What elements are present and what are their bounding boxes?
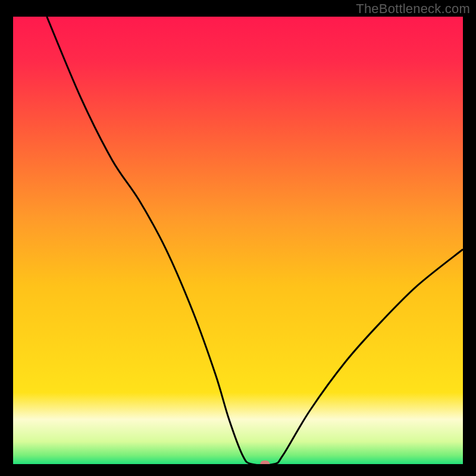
bottleneck-chart xyxy=(13,17,463,464)
gradient-background xyxy=(13,17,463,464)
chart-frame xyxy=(13,17,463,464)
watermark: TheBottleneck.com xyxy=(356,1,470,17)
